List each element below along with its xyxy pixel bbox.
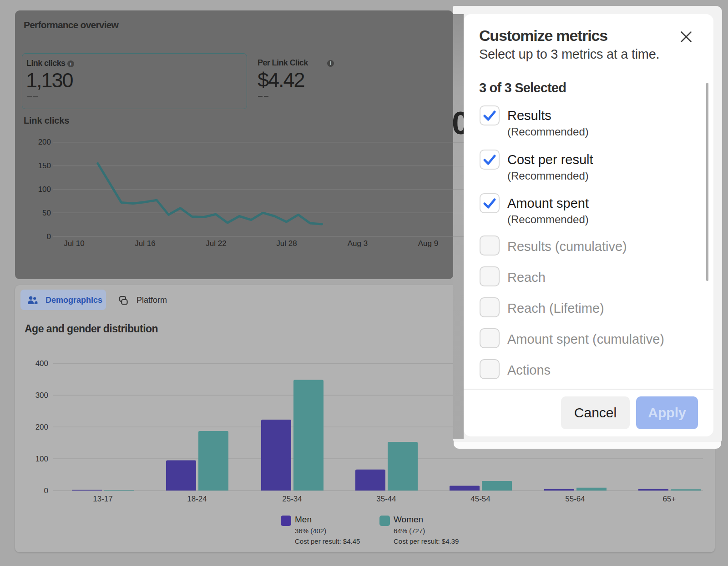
svg-text:200: 200 <box>35 423 48 431</box>
svg-text:300: 300 <box>35 391 48 400</box>
svg-text:Jul 22: Jul 22 <box>206 239 226 248</box>
svg-text:Aug 3: Aug 3 <box>348 239 368 248</box>
svg-text:400: 400 <box>35 359 48 368</box>
svg-text:25-34: 25-34 <box>282 495 302 503</box>
svg-text:Aug 9: Aug 9 <box>418 239 438 248</box>
svg-text:Jul 16: Jul 16 <box>135 239 155 248</box>
svg-text:100: 100 <box>38 185 51 194</box>
svg-text:13-17: 13-17 <box>93 495 112 503</box>
svg-text:200: 200 <box>38 138 51 146</box>
svg-text:65+: 65+ <box>663 495 676 503</box>
svg-text:35-44: 35-44 <box>376 495 396 503</box>
svg-text:0: 0 <box>44 486 48 495</box>
svg-text:0: 0 <box>47 232 51 241</box>
svg-text:Jul 10: Jul 10 <box>64 239 84 248</box>
svg-text:Jul 28: Jul 28 <box>276 239 297 248</box>
svg-text:100: 100 <box>35 455 48 463</box>
svg-text:55-64: 55-64 <box>565 495 585 503</box>
svg-text:150: 150 <box>38 161 51 170</box>
svg-text:45-54: 45-54 <box>470 495 490 503</box>
svg-text:50: 50 <box>42 209 51 217</box>
svg-text:18-24: 18-24 <box>187 495 207 503</box>
